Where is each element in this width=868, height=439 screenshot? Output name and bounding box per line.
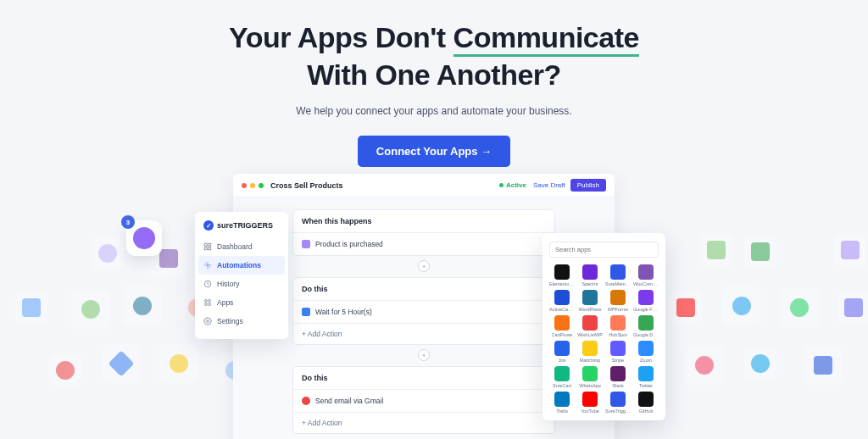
app-label: WishListWP xyxy=(577,332,603,337)
app-label: Trello xyxy=(556,408,568,414)
app-icon xyxy=(610,341,626,356)
app-label: Zoom xyxy=(640,358,652,363)
svg-rect-2 xyxy=(204,247,207,250)
app-icon xyxy=(638,264,654,280)
add-step-icon[interactable]: + xyxy=(418,260,430,272)
app-option[interactable]: Google Drive xyxy=(633,315,659,337)
page-subhead: We help you connect your apps and automa… xyxy=(0,105,868,117)
svg-rect-0 xyxy=(204,243,207,246)
app-option[interactable]: YouTube xyxy=(577,392,603,414)
app-icon xyxy=(610,264,626,280)
app-label: YouTube xyxy=(581,408,599,414)
workflow-title: Cross Sell Products xyxy=(270,181,499,190)
save-draft-button[interactable]: Save Draft xyxy=(533,181,565,189)
app-icon xyxy=(638,290,654,305)
brand-logo: ✓sureTRIGGERS xyxy=(195,220,288,237)
svg-point-10 xyxy=(207,320,209,323)
app-option[interactable]: SureMembers xyxy=(605,264,631,286)
app-label: WPForms xyxy=(608,307,628,312)
app-icon xyxy=(554,392,570,407)
app-label: HubSpot xyxy=(609,332,626,337)
app-label: Google Drive xyxy=(633,332,659,337)
notification-count: 3 xyxy=(121,215,135,229)
app-label: SureTriggers xyxy=(605,408,631,414)
add-step-icon[interactable]: + xyxy=(418,349,430,361)
sidebar-item-history[interactable]: History xyxy=(195,275,288,293)
app-option[interactable]: WhatsApp xyxy=(577,366,603,388)
sidebar-item-settings[interactable]: Settings xyxy=(195,312,288,331)
app-label: WhatsApp xyxy=(579,383,600,388)
app-label: WordPress xyxy=(578,307,601,312)
app-option[interactable]: Spectra xyxy=(577,264,603,286)
connect-apps-button[interactable]: Connect Your Apps → xyxy=(358,136,510,167)
app-icon xyxy=(582,290,598,305)
app-icon xyxy=(638,392,654,407)
app-option[interactable]: WordPress xyxy=(577,290,603,312)
svg-rect-3 xyxy=(209,247,211,250)
publish-button[interactable]: Publish xyxy=(570,179,606,192)
app-option[interactable]: CartFlows xyxy=(549,315,575,337)
sidebar-item-dashboard[interactable]: Dashboard xyxy=(195,237,288,256)
app-label: SureMembers xyxy=(605,281,631,286)
headline-underline-word: Communicate xyxy=(453,21,639,57)
app-label: Stripe xyxy=(612,358,624,363)
add-action-button[interactable]: + Add Action xyxy=(293,412,554,433)
svg-rect-6 xyxy=(205,300,208,303)
app-option[interactable]: SureTriggers xyxy=(605,392,631,414)
app-option[interactable]: Trello xyxy=(549,392,575,414)
trigger-heading: When this happens xyxy=(293,210,554,232)
app-option[interactable]: Elementor Pro xyxy=(549,264,575,286)
sidebar-item-apps[interactable]: Apps xyxy=(195,293,288,312)
app-search-input[interactable] xyxy=(549,242,659,258)
gmail-icon xyxy=(302,397,310,405)
app-option[interactable]: Twitter xyxy=(633,366,659,388)
svg-rect-7 xyxy=(209,300,211,303)
app-option[interactable]: GitHub xyxy=(633,392,659,414)
automation-icon xyxy=(203,261,212,270)
action-card-1[interactable]: Do this Wait for 5 Hour(s) + Add Action xyxy=(292,277,555,345)
app-icon xyxy=(638,341,654,356)
app-icon xyxy=(554,366,570,381)
app-option[interactable]: HubSpot xyxy=(605,315,631,337)
app-option[interactable]: WPForms xyxy=(605,290,631,312)
clock-icon xyxy=(203,280,212,288)
app-icon xyxy=(582,264,598,280)
app-option[interactable]: Stripe xyxy=(605,341,631,363)
app-icon xyxy=(554,315,570,331)
app-icon xyxy=(582,315,598,331)
app-label: Spectra xyxy=(582,281,598,286)
svg-point-4 xyxy=(207,264,209,267)
app-icon xyxy=(610,392,626,407)
app-picker-panel: Elementor ProSpectraSureMembersWooCommer… xyxy=(542,233,665,420)
app-icon xyxy=(582,366,598,381)
app-icon xyxy=(554,264,570,280)
app-label: GitHub xyxy=(638,408,653,414)
app-option[interactable]: Mailchimp xyxy=(577,341,603,363)
sidebar-item-automations[interactable]: Automations xyxy=(198,256,285,275)
gear-icon xyxy=(203,317,212,325)
app-option[interactable]: Jira xyxy=(549,341,575,363)
app-option[interactable]: ActiveCampaign xyxy=(549,290,575,312)
grid-icon xyxy=(203,242,212,251)
app-label: CartFlows xyxy=(552,332,573,337)
app-label: Google Forms xyxy=(633,307,659,312)
app-label: Twitter xyxy=(639,383,653,388)
notification-badge: 3 xyxy=(126,220,162,256)
app-icon xyxy=(610,290,626,305)
app-option[interactable]: Zoom xyxy=(633,341,659,363)
action-card-2[interactable]: Do this Send email via Gmail + Add Actio… xyxy=(292,366,555,434)
trigger-card[interactable]: When this happens Product is purchased xyxy=(292,209,555,256)
add-action-button[interactable]: + Add Action xyxy=(293,323,554,344)
window-traffic-lights xyxy=(242,183,264,188)
app-label: ActiveCampaign xyxy=(549,307,575,312)
app-option[interactable]: SureCart xyxy=(549,366,575,388)
workflow-status: Active xyxy=(499,181,526,189)
app-option[interactable]: WishListWP xyxy=(577,315,603,337)
app-icon xyxy=(582,341,598,356)
woo-icon xyxy=(302,240,310,248)
app-option[interactable]: WooCommerce xyxy=(633,264,659,286)
app-icon xyxy=(610,366,626,381)
svg-rect-8 xyxy=(205,303,208,306)
app-option[interactable]: Slack xyxy=(605,366,631,388)
app-option[interactable]: Google Forms xyxy=(633,290,659,312)
